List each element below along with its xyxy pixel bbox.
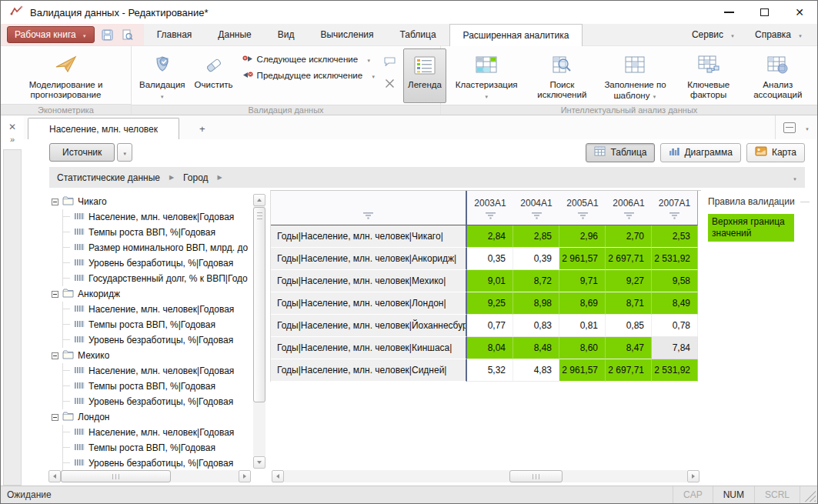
tree-group[interactable]: Лондон — [52, 409, 251, 425]
column-header[interactable]: 2004A1 — [513, 191, 559, 225]
filter-funnel-icon[interactable] — [624, 212, 634, 219]
ribbon-tab[interactable]: Таблица — [387, 24, 449, 45]
filter-funnel-icon[interactable] — [578, 212, 588, 219]
view-button-таблица[interactable]: Таблица — [586, 143, 655, 162]
data-cell[interactable]: 8,48 — [513, 337, 559, 359]
data-cell[interactable]: 8,72 — [513, 270, 559, 292]
data-cell[interactable]: 5,32 — [467, 359, 513, 382]
data-cell[interactable]: 2 961,57 — [559, 248, 606, 270]
data-cell[interactable]: 2 531,92 — [652, 359, 698, 382]
tree-item[interactable]: Уровень безработицы, %|Годовая — [52, 456, 251, 470]
data-cell[interactable]: 9,25 — [467, 292, 513, 315]
filter-funnel-icon[interactable] — [669, 212, 679, 219]
fill-by-template-button[interactable]: Заполнение по шаблону — [596, 48, 673, 103]
print-preview-button[interactable] — [121, 28, 135, 42]
data-cell[interactable]: 8,04 — [467, 337, 513, 359]
minimize-button[interactable] — [711, 2, 746, 24]
data-cell[interactable]: 8,71 — [606, 292, 652, 315]
ribbon-tab[interactable]: Расширенная аналитика — [449, 24, 583, 46]
data-cell[interactable]: 9,27 — [606, 270, 652, 292]
collapsed-panel-strip[interactable] — [3, 149, 22, 486]
data-cell[interactable]: 0,78 — [652, 315, 698, 337]
data-cell[interactable]: 2 531,92 — [652, 248, 698, 270]
column-header[interactable]: 2005A1 — [559, 191, 606, 225]
tree-item[interactable]: Темпы роста ВВП, %|Годовая — [52, 379, 251, 394]
search-exceptions-button[interactable]: Поиск исключений — [529, 48, 595, 103]
tree-item[interactable]: Население, млн. человек|Годовая — [52, 363, 251, 379]
tree-group[interactable]: Чикаго — [52, 194, 251, 209]
save-button[interactable] — [101, 28, 115, 42]
tree-item[interactable]: Темпы роста ВВП, %|Годовая — [52, 440, 251, 456]
data-cell[interactable]: 8,47 — [606, 337, 652, 359]
data-cell[interactable]: 8,49 — [652, 292, 698, 315]
data-cell[interactable]: 2 961,57 — [559, 359, 606, 382]
next-exception-button[interactable]: Следующее исключение — [242, 55, 376, 64]
data-cell[interactable]: 0,81 — [559, 315, 606, 337]
close-pane-button[interactable]: ✕ — [5, 121, 19, 133]
table-horizontal-scrollbar[interactable] — [272, 470, 699, 482]
collapse-icon[interactable] — [52, 352, 58, 359]
validation-button[interactable]: Валидация — [135, 48, 190, 103]
column-header[interactable]: 2006A1 — [606, 191, 652, 225]
modeling-forecasting-button[interactable]: Моделирование и прогнозирование — [17, 48, 115, 102]
breadcrumb-dropdown-icon[interactable] — [793, 172, 797, 183]
tree-item[interactable]: Уровень безработицы, %|Годовая — [52, 255, 251, 271]
data-cell[interactable]: 0,39 — [513, 248, 559, 270]
ribbon-tab[interactable]: Вид — [265, 24, 308, 45]
tree-item[interactable]: Размер номинального ВВП, млрд. до — [52, 240, 251, 255]
filter-funnel-icon[interactable] — [486, 212, 496, 219]
ribbon-tab[interactable]: Данные — [205, 24, 264, 45]
data-cell[interactable]: 2 697,71 — [606, 359, 652, 382]
remove-comment-button[interactable] — [382, 76, 397, 90]
row-header-cell[interactable]: Годы|Население, млн. человек|Чикаго| — [271, 225, 467, 248]
prev-exception-button[interactable]: Предыдущее исключение — [242, 71, 376, 80]
column-header[interactable]: 2007A1 — [652, 191, 698, 225]
data-cell[interactable]: 8,69 — [559, 292, 606, 315]
tree-item[interactable]: Темпы роста ВВП, %|Годовая — [52, 225, 251, 240]
data-cell[interactable]: 2,84 — [467, 225, 513, 248]
tree-item[interactable]: Уровень безработицы, %|Годовая — [52, 332, 251, 348]
data-cell[interactable]: 2,53 — [652, 225, 698, 248]
data-cell[interactable]: 0,77 — [467, 315, 513, 337]
view-button-карта[interactable]: Карта — [746, 143, 805, 162]
tree-item[interactable]: Население, млн. человек|Годовая — [52, 302, 251, 317]
row-header-cell[interactable]: Годы|Население, млн. человек|Сидней| — [271, 359, 467, 382]
breadcrumb-item[interactable]: Статистические данные — [57, 172, 160, 183]
resize-grip-icon[interactable] — [803, 489, 816, 502]
row-header-cell[interactable]: Годы|Население, млн. человек|Мехико| — [271, 270, 467, 292]
key-factors-button[interactable]: Ключевые факторы — [676, 48, 742, 103]
ribbon-tab[interactable]: Главная — [144, 24, 205, 45]
data-cell[interactable]: 9,01 — [467, 270, 513, 292]
collapse-icon[interactable] — [52, 199, 58, 205]
expand-pane-button[interactable]: » — [5, 133, 19, 145]
row-header-cell[interactable]: Годы|Население, млн. человек|Анкоридж| — [271, 248, 467, 270]
tree-item[interactable]: Население, млн. человек|Годовая — [52, 209, 251, 225]
comment-button[interactable] — [382, 55, 397, 68]
maximize-button[interactable] — [746, 2, 782, 24]
clustering-button[interactable]: Кластеризация — [446, 48, 527, 103]
data-cell[interactable]: 2,70 — [606, 225, 652, 248]
validation-rule-badge[interactable]: Верхняя граница значений — [708, 214, 794, 242]
tree-item[interactable]: Население, млн. человек|Годовая — [52, 425, 251, 440]
filter-funnel-icon[interactable] — [532, 212, 542, 219]
column-header[interactable]: 2003A1 — [467, 191, 513, 225]
data-cell[interactable]: 2,85 — [513, 225, 559, 248]
data-cell[interactable]: 2,96 — [559, 225, 606, 248]
view-button-диаграмма[interactable]: Диаграмма — [660, 143, 740, 162]
ribbon-menu[interactable]: Справка — [745, 29, 813, 40]
collapse-icon[interactable] — [52, 291, 58, 298]
workbook-menu-button[interactable]: Рабочая книга — [7, 26, 95, 43]
data-cell[interactable]: 8,60 — [559, 337, 606, 359]
association-analysis-button[interactable]: Анализ ассоциаций — [743, 48, 813, 103]
tree-item[interactable]: Государственный долг, % к ВВП|Годо — [52, 271, 251, 286]
source-button[interactable]: Источник — [49, 143, 115, 162]
tree-vertical-scrollbar[interactable] — [253, 194, 265, 469]
data-cell[interactable]: 0,85 — [606, 315, 652, 337]
breadcrumb-item[interactable]: Город — [183, 172, 208, 183]
data-cell[interactable]: 8,98 — [513, 292, 559, 315]
data-cell[interactable]: 4,83 — [513, 359, 559, 382]
close-button[interactable]: ✕ — [782, 2, 817, 24]
source-dropdown-button[interactable] — [117, 143, 132, 162]
row-header-cell[interactable]: Годы|Население, млн. человек|Йоханнесбур… — [271, 315, 467, 337]
tree-group[interactable]: Анкоридж — [52, 286, 251, 302]
